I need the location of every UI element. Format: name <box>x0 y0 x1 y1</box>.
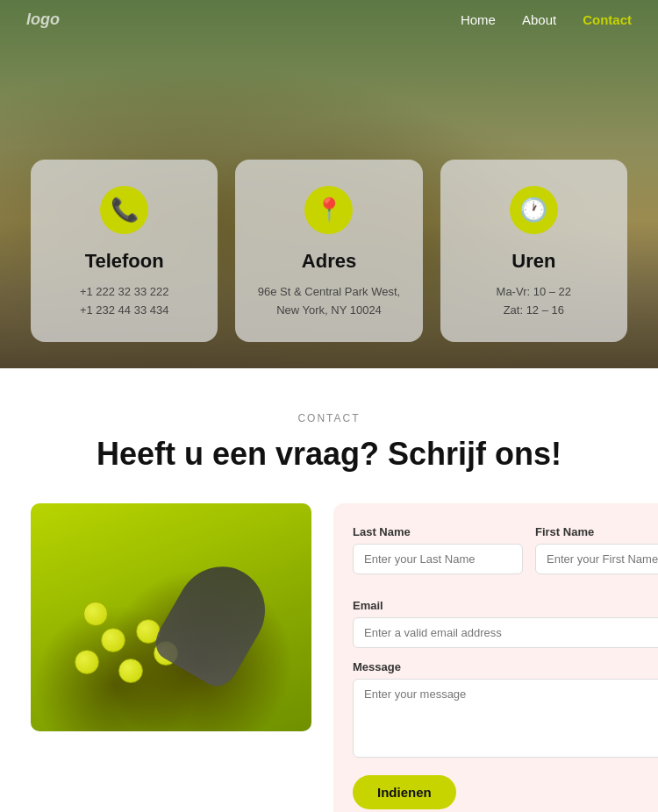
contact-label: CONTACT <box>31 412 627 424</box>
tennis-ball-5 <box>83 602 108 626</box>
last-name-input[interactable] <box>353 544 523 574</box>
card-uren: 🕐 Uren Ma-Vr: 10 – 22 Zat: 12 – 16 <box>440 160 627 342</box>
contact-image <box>31 503 311 731</box>
nav-links: Home About Contact <box>461 12 632 28</box>
navigation: logo Home About Contact <box>0 0 658 39</box>
contact-section: CONTACT Heeft u een vraag? Schrijf ons! … <box>0 368 658 812</box>
card-telefoon-phone1: +1 222 32 33 222 <box>80 283 169 302</box>
card-telefoon: 📞 Telefoon +1 222 32 33 222 +1 232 44 33… <box>31 160 218 342</box>
tennis-ball-3 <box>118 659 143 683</box>
last-name-group: Last Name <box>353 525 523 574</box>
nav-item-about[interactable]: About <box>522 12 556 28</box>
first-name-label: First Name <box>535 525 658 538</box>
contact-heading: Heeft u een vraag? Schrijf ons! <box>31 435 627 473</box>
card-telefoon-phone2: +1 232 44 33 434 <box>80 302 169 320</box>
email-label: Email <box>353 599 658 612</box>
message-textarea[interactable] <box>353 679 658 758</box>
card-uren-weekday: Ma-Vr: 10 – 22 <box>497 283 572 302</box>
first-name-group: First Name <box>535 525 658 574</box>
card-uren-saturday: Zat: 12 – 16 <box>504 302 564 320</box>
phone-icon: 📞 <box>100 186 148 234</box>
hero-section: 📞 Telefoon +1 222 32 33 222 +1 232 44 33… <box>0 0 658 368</box>
contact-body: Last Name First Name Email Message Indie… <box>31 503 627 812</box>
card-telefoon-title: Telefoon <box>85 250 164 273</box>
card-adres-line2: New York, NY 10024 <box>276 302 382 320</box>
last-name-label: Last Name <box>353 525 523 538</box>
first-name-input[interactable] <box>535 544 658 574</box>
name-row: Last Name First Name <box>353 525 658 587</box>
message-group: Message <box>353 660 658 758</box>
location-icon: 📍 <box>304 186 353 234</box>
email-group: Email <box>353 599 658 648</box>
nav-item-home[interactable]: Home <box>461 12 496 28</box>
info-cards: 📞 Telefoon +1 222 32 33 222 +1 232 44 33… <box>0 160 658 342</box>
nav-item-contact[interactable]: Contact <box>583 12 632 28</box>
card-adres-line1: 96e St & Central Park West, <box>258 283 400 302</box>
contact-form: Last Name First Name Email Message Indie… <box>333 503 658 812</box>
card-adres: 📍 Adres 96e St & Central Park West, New … <box>235 160 422 342</box>
card-uren-title: Uren <box>511 250 555 273</box>
logo: logo <box>26 11 60 29</box>
tennis-ball-2 <box>75 650 99 674</box>
message-label: Message <box>353 660 658 673</box>
paddle-racket <box>148 551 282 694</box>
clock-icon: 🕐 <box>510 186 558 234</box>
submit-button[interactable]: Indienen <box>353 775 456 809</box>
tennis-ball-1 <box>101 628 125 652</box>
card-adres-title: Adres <box>302 250 356 273</box>
email-input[interactable] <box>353 617 658 648</box>
